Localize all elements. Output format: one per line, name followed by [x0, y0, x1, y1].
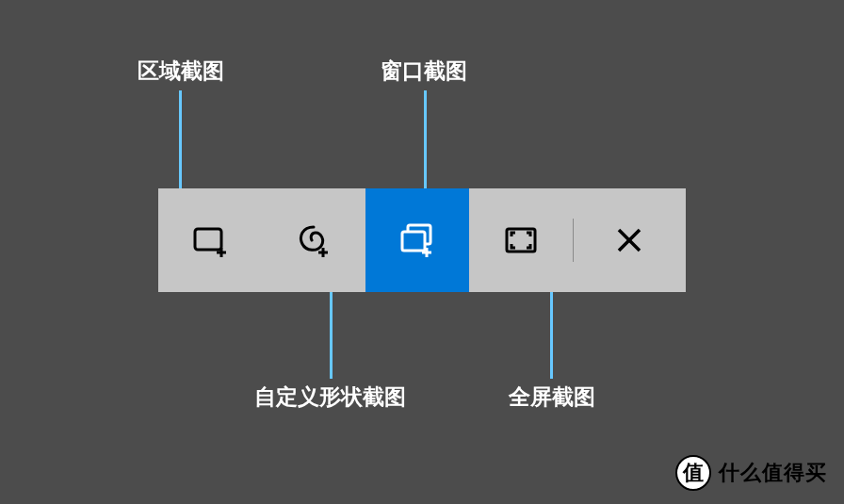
label-fullscreen-capture: 全屏截图: [509, 382, 595, 412]
label-region-capture: 区域截图: [138, 57, 224, 86]
freeform-plus-icon: [293, 219, 334, 261]
fullscreen-snip-button[interactable]: [469, 188, 573, 292]
svg-rect-0: [195, 229, 221, 250]
svg-rect-6: [402, 232, 425, 251]
label-window-capture: 窗口截图: [381, 57, 467, 86]
snip-toolbar: [158, 188, 686, 292]
watermark-badge: 值: [675, 455, 711, 491]
annotated-screenshot-stage: 区域截图 窗口截图 自定义形状截图 全屏截图: [0, 0, 844, 504]
window-plus-icon: [396, 219, 439, 262]
watermark: 值 什么值得买: [675, 455, 827, 491]
close-icon: [615, 226, 643, 254]
freeform-snip-button[interactable]: [262, 188, 365, 292]
fullscreen-icon: [502, 221, 540, 259]
region-snip-button[interactable]: [158, 188, 262, 292]
close-button[interactable]: [574, 188, 685, 292]
watermark-text: 什么值得买: [719, 459, 827, 487]
rectangle-plus-icon: [189, 219, 231, 261]
window-snip-button[interactable]: [365, 188, 469, 292]
label-freeform-capture: 自定义形状截图: [254, 382, 406, 412]
